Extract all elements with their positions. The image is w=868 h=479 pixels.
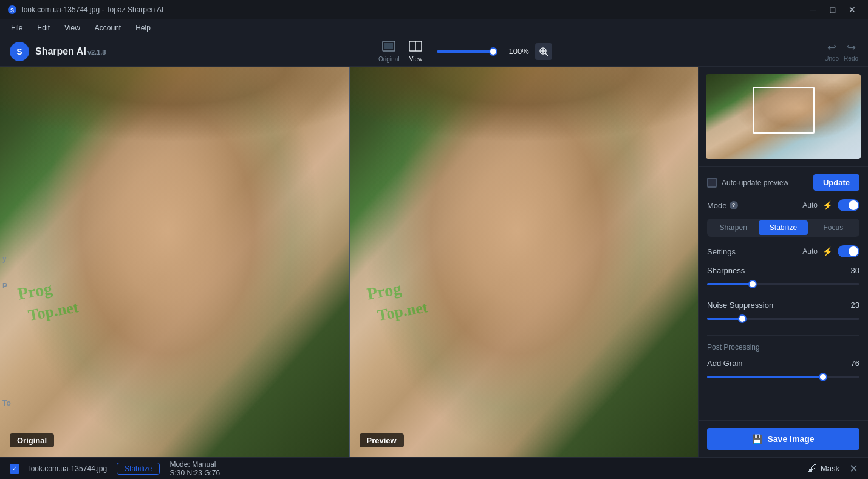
save-label: Save Image — [767, 434, 814, 444]
app-header: S Sharpen AIv2.1.8 Original — [0, 36, 868, 67]
statusbar-close-button[interactable]: ✕ — [849, 462, 858, 475]
original-img-bg: Prog Top.net — [0, 67, 349, 457]
settings-auto-text: Auto — [802, 247, 818, 256]
status-right: 🖌 Mask ✕ — [807, 462, 858, 475]
hair-overlay-original — [0, 67, 349, 223]
sharpness-group: Sharpness 30 — [707, 266, 859, 290]
noise-slider[interactable] — [707, 313, 859, 324]
save-btn-area: 💾 Save Image — [699, 420, 868, 457]
mode-tabs: Sharpen Stabilize Focus — [707, 219, 859, 237]
menu-edit[interactable]: Edit — [31, 22, 56, 33]
main-area: y P To Prog Top.net Original Prog — [0, 67, 868, 457]
window-title: look.com.ua-135744.jpg - Topaz Sharpen A… — [22, 5, 163, 14]
original-label: Original — [378, 56, 399, 63]
header-right: ↩ Undo ↪ Redo — [824, 41, 858, 62]
lightning-icon: ⚡ — [822, 200, 833, 210]
titlebar: S look.com.ua-135744.jpg - Topaz Sharpen… — [0, 0, 868, 19]
mask-label: Mask — [821, 464, 839, 473]
original-image-half: Prog Top.net Original — [0, 67, 349, 457]
update-button[interactable]: Update — [813, 174, 859, 191]
sharpness-label: Sharpness — [707, 266, 745, 275]
right-panel: Auto-update preview Update Mode ? Auto ⚡ — [698, 67, 868, 457]
original-label: Original — [10, 433, 54, 447]
status-mode-button[interactable]: Stabilize — [117, 463, 160, 475]
settings-lightning-icon: ⚡ — [822, 246, 833, 256]
save-image-button[interactable]: 💾 Save Image — [707, 428, 859, 450]
mask-button[interactable]: 🖌 Mask — [807, 463, 839, 474]
view-label: View — [409, 56, 423, 63]
noise-slider-row — [707, 313, 859, 324]
menubar: File Edit View Account Help — [0, 19, 868, 36]
redo-button[interactable]: ↪ Redo — [844, 41, 858, 62]
auto-update-checkbox[interactable] — [707, 178, 717, 188]
grain-slider[interactable] — [707, 372, 859, 382]
mask-icon: 🖌 — [807, 463, 817, 474]
original-view-button[interactable]: Original — [378, 41, 399, 63]
status-checkbox[interactable]: ✓ — [10, 464, 19, 474]
mode-row: Mode ? Auto ⚡ — [707, 199, 859, 211]
sharpness-value: 30 — [851, 266, 859, 275]
toggle-knob — [849, 200, 858, 210]
side-letter-to: To — [2, 399, 11, 407]
tab-sharpen[interactable]: Sharpen — [709, 220, 757, 235]
header-center: Original View 100% — [106, 41, 824, 63]
sharpness-header: Sharpness 30 — [707, 266, 859, 275]
undo-label: Undo — [824, 55, 839, 62]
grain-label: Add Grain — [707, 359, 743, 368]
view-slider[interactable] — [437, 50, 497, 53]
menu-view[interactable]: View — [58, 22, 86, 33]
zoom-icon-button[interactable] — [535, 43, 552, 60]
sharpness-slider[interactable] — [707, 279, 859, 290]
noise-fill — [707, 318, 742, 320]
thumbnail-area — [699, 67, 868, 167]
tab-stabilize[interactable]: Stabilize — [759, 220, 807, 235]
grain-fill — [707, 376, 823, 378]
noise-value: 23 — [851, 301, 859, 310]
sharpness-thumb[interactable] — [748, 280, 757, 288]
undo-button[interactable]: ↩ Undo — [824, 41, 839, 62]
noise-header: Noise Suppression 23 — [707, 301, 859, 310]
side-letter-p: P — [2, 282, 7, 290]
grain-track — [707, 376, 859, 378]
close-button[interactable]: ✕ — [844, 4, 861, 16]
mode-label: Mode ? — [707, 201, 738, 210]
statusbar: ✓ look.com.ua-135744.jpg Stabilize Mode:… — [0, 457, 868, 479]
svg-rect-3 — [384, 43, 393, 49]
grain-group: Add Grain 76 — [707, 359, 859, 382]
settings-toggle-knob — [849, 246, 858, 256]
preview-label: Preview — [360, 433, 404, 447]
settings-row: Settings Auto ⚡ — [707, 245, 859, 257]
titlebar-left: S look.com.ua-135744.jpg - Topaz Sharpen… — [7, 5, 163, 15]
sharpness-slider-row — [707, 279, 859, 290]
maximize-button[interactable]: □ — [824, 4, 841, 16]
app-logo: S Sharpen AIv2.1.8 — [10, 42, 106, 61]
undo-icon: ↩ — [827, 41, 836, 54]
menu-help[interactable]: Help — [129, 22, 157, 33]
mode-toggle[interactable] — [838, 199, 859, 211]
auto-update-row: Auto-update preview Update — [707, 174, 859, 191]
grain-header: Add Grain 76 — [707, 359, 859, 368]
mode-help-icon[interactable]: ? — [730, 201, 738, 209]
grain-slider-row — [707, 372, 859, 382]
undo-redo-area: ↩ Undo ↪ Redo — [824, 41, 858, 62]
post-processing-section: Post Processing Add Grain 76 — [707, 335, 859, 382]
split-view-icon — [409, 41, 422, 55]
post-processing-title: Post Processing — [707, 343, 859, 352]
original-icon — [382, 41, 395, 55]
settings-toggle[interactable] — [838, 245, 859, 257]
menu-file[interactable]: File — [5, 22, 29, 33]
grain-value: 76 — [851, 359, 859, 368]
tab-focus[interactable]: Focus — [809, 220, 858, 235]
svg-text:S: S — [10, 7, 14, 13]
thumbnail-image — [706, 74, 861, 159]
hair-overlay-preview — [350, 67, 699, 223]
thumbnail-viewport — [753, 87, 815, 134]
grain-thumb[interactable] — [819, 373, 827, 381]
status-filename: look.com.ua-135744.jpg — [29, 464, 107, 473]
minimize-button[interactable]: ─ — [805, 4, 822, 16]
noise-thumb[interactable] — [738, 314, 747, 323]
menu-account[interactable]: Account — [89, 22, 127, 33]
preview-img-bg: Prog Top.net — [350, 67, 699, 457]
split-view-button[interactable]: View — [409, 41, 422, 63]
mode-auto-text: Auto — [802, 201, 818, 209]
